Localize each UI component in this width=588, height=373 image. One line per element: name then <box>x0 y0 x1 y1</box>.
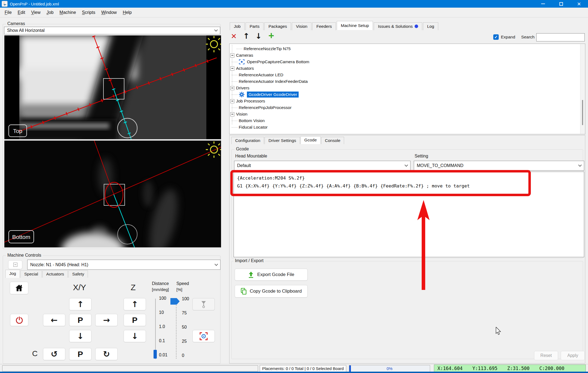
tree-item-capture-camera[interactable]: OpenPnpCaptureCamera Bottom <box>229 59 580 65</box>
tab-safety[interactable]: Safety <box>68 270 88 278</box>
jog-x-plus-button[interactable]: → <box>95 314 118 326</box>
export-gcode-button[interactable]: Export Gcode File <box>235 269 308 281</box>
rotate-cw-icon: ↻ <box>103 349 110 359</box>
nozzle-selector[interactable]: Nozzle: N1 - N045 (Head: H1) <box>27 260 220 270</box>
collapse-expander-icon[interactable] <box>230 66 234 71</box>
tree-item-job-processors[interactable]: Job Processors <box>229 98 580 104</box>
tree-item-actuator-led[interactable]: ReferenceActuator LED <box>229 72 580 78</box>
z-position-button[interactable]: P <box>124 314 146 326</box>
status-message-field <box>2 365 258 371</box>
tree-item-cameras[interactable]: Cameras <box>229 52 580 59</box>
xy-position-button[interactable]: P <box>69 314 91 326</box>
progress-text: 0% <box>387 366 393 371</box>
jog-x-minus-button[interactable]: ← <box>43 314 65 326</box>
tab-packages[interactable]: Packages <box>264 22 291 30</box>
tree-scrollbar-thumb[interactable] <box>582 100 583 125</box>
park-nozzle-button[interactable] <box>192 298 215 310</box>
tree-item-actuators[interactable]: Actuators <box>229 65 580 72</box>
move-camera-here-button[interactable] <box>192 330 215 342</box>
collapse-tool-button[interactable] <box>8 260 22 269</box>
move-up-button[interactable]: ↑ <box>243 32 249 41</box>
tree-item-pnp-job-processor[interactable]: ReferencePnpJobProcessor <box>229 104 580 111</box>
tab-gcode[interactable]: Gcode <box>301 136 321 144</box>
distance-label: Distance <box>152 281 169 286</box>
import-export-label: Import / Export <box>234 258 265 263</box>
expand-checkbox[interactable]: ✓ <box>493 34 499 40</box>
tab-parts[interactable]: Parts <box>246 22 264 30</box>
rotate-cw-button[interactable]: ↻ <box>95 348 118 360</box>
move-down-button[interactable]: ↓ <box>255 32 262 41</box>
menu-edit[interactable]: Edit <box>15 9 28 16</box>
tab-machine-setup[interactable]: Machine Setup <box>337 21 373 30</box>
machine-controls-label: Machine Controls <box>6 253 43 258</box>
progress-fill <box>349 365 351 372</box>
collapse-expander-icon[interactable] <box>230 112 234 116</box>
tab-feeders[interactable]: Feeders <box>312 22 336 30</box>
copy-gcode-button[interactable]: Copy Gcode to Clipboard <box>235 285 308 298</box>
camera-view-selector[interactable]: Show All Horizontal <box>4 27 220 34</box>
gear-icon <box>239 92 245 98</box>
tab-configuration[interactable]: Configuration <box>231 137 264 144</box>
chevron-down-icon <box>578 163 582 167</box>
chevron-down-icon <box>215 262 218 266</box>
tab-console[interactable]: Console <box>321 137 344 144</box>
menu-help[interactable]: Help <box>120 9 135 16</box>
nozzle-park-icon <box>200 301 207 308</box>
gcode-editor[interactable]: {Acceleration:M204 S%.2f} G1 {X:X%.4f} {… <box>234 172 584 257</box>
tree-item-gcode-driver[interactable]: GcodeDriver GcodeDriver <box>229 91 580 98</box>
tab-vision[interactable]: Vision <box>292 22 311 30</box>
menu-window[interactable]: Window <box>98 9 120 16</box>
tab-log[interactable]: Log <box>423 22 438 30</box>
collapse-expander-icon[interactable] <box>230 99 234 103</box>
tab-job[interactable]: Job <box>230 22 245 30</box>
tree-item-reference-nozzle-tip[interactable]: ReferenceNozzleTip N75 <box>229 46 580 52</box>
tab-jog[interactable]: Jog <box>5 270 20 278</box>
tree-item-vision[interactable]: Vision <box>229 111 580 117</box>
close-button[interactable]: ✕ <box>570 0 588 8</box>
tree-item-fiducal-locator[interactable]: Fiducal Locator <box>229 124 580 131</box>
jog-y-plus-button[interactable]: ↑ <box>69 298 91 310</box>
bottom-camera-overlay: Bottom <box>4 141 221 247</box>
minimize-button[interactable] <box>534 0 552 8</box>
maximize-button[interactable] <box>552 0 570 8</box>
menu-view[interactable]: View <box>28 9 43 16</box>
setting-select[interactable]: MOVE_TO_COMMAND <box>414 161 584 171</box>
menu-machine[interactable]: Machine <box>57 9 79 16</box>
home-button[interactable] <box>10 282 28 294</box>
top-camera-view[interactable]: Top <box>4 35 221 139</box>
speed-slider-track[interactable] <box>176 305 177 359</box>
tree-item-bottom-vision[interactable]: Bottom Vision <box>229 117 580 124</box>
tab-issues-solutions[interactable]: Issues & Solutions <box>374 22 422 30</box>
rotate-ccw-button[interactable]: ↺ <box>43 348 65 360</box>
tree-item-actuator-indexfeeder[interactable]: ReferenceActuator IndexFeederData <box>229 78 580 85</box>
tree-item-drivers[interactable]: Drivers <box>229 85 580 91</box>
camera-position-icon <box>200 332 208 340</box>
tab-actuators[interactable]: Actuators <box>42 270 68 278</box>
power-button[interactable] <box>10 314 28 326</box>
tab-driver-settings[interactable]: Driver Settings <box>265 137 300 144</box>
speed-tick: 50 <box>182 325 187 330</box>
collapse-expander-icon[interactable] <box>230 86 234 90</box>
menu-file[interactable]: File <box>2 9 15 16</box>
menu-job[interactable]: Job <box>44 9 57 16</box>
bottom-camera-view[interactable]: Bottom <box>4 141 221 247</box>
reset-button[interactable]: Reset <box>534 351 558 360</box>
window-bottom-edge <box>0 372 588 373</box>
tab-special[interactable]: Special <box>20 270 42 278</box>
head-mountable-select[interactable]: Default <box>234 161 411 171</box>
jog-z-plus-button[interactable]: ↑ <box>124 298 146 310</box>
collapse-expander-icon[interactable] <box>230 53 234 57</box>
distance-tick: 0.01 <box>159 353 167 357</box>
menu-scripts[interactable]: Scripts <box>79 9 98 16</box>
jog-z-minus-button[interactable]: ↓ <box>124 330 146 342</box>
apply-button[interactable]: Apply <box>561 351 585 360</box>
distance-tick: 10 <box>159 310 164 315</box>
add-button[interactable]: + <box>268 30 274 41</box>
delete-button[interactable]: ✕ <box>231 32 237 40</box>
c-position-button[interactable]: P <box>69 348 91 360</box>
tree-scrollbar[interactable] <box>580 44 585 134</box>
jog-y-minus-button[interactable]: ↓ <box>69 330 91 342</box>
machine-setup-tree: ReferenceNozzleTip N75 Cameras OpenPnpCa… <box>229 44 585 134</box>
distance-slider-thumb[interactable] <box>154 350 157 359</box>
search-input[interactable] <box>536 33 585 41</box>
